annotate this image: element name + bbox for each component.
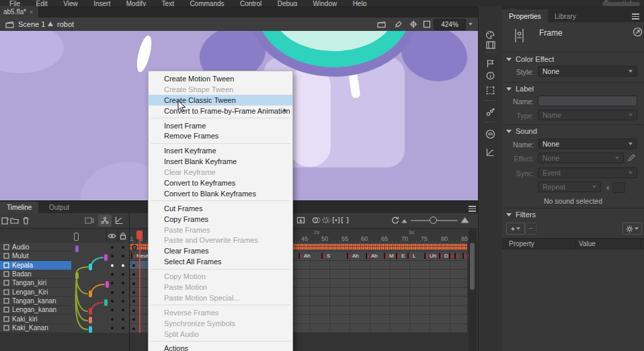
keyframe-label[interactable] <box>454 253 460 260</box>
keyframe-dot[interactable] <box>132 300 135 303</box>
keyframe-label[interactable]: S <box>321 253 330 260</box>
keyframe-label[interactable]: Ah <box>347 253 359 260</box>
style-select[interactable]: None <box>538 66 637 77</box>
center-frame-icon[interactable] <box>296 216 305 225</box>
keyframe-label[interactable]: L <box>407 253 415 260</box>
menu-item-create-classic-tween[interactable]: Create Classic Tween <box>149 95 292 106</box>
loop-playback-icon[interactable] <box>391 216 399 225</box>
layer-swatch[interactable] <box>104 299 108 306</box>
creative-cloud-icon[interactable] <box>485 129 495 139</box>
keyframe-dot[interactable] <box>132 309 135 312</box>
tab-library[interactable]: Library <box>548 9 583 22</box>
timeline-menu-icon[interactable] <box>469 204 476 213</box>
graph-editor-icon[interactable] <box>115 216 124 225</box>
paint-symbol-icon[interactable] <box>394 20 403 28</box>
keyframe-hollow[interactable] <box>132 245 137 250</box>
timeline-zoom-slider-knob[interactable] <box>430 217 437 224</box>
onion-skin-icon[interactable] <box>312 217 321 224</box>
zoom-out-mountain-icon[interactable] <box>401 219 407 223</box>
layer-swatch[interactable] <box>75 245 79 252</box>
layer-visibility-dot[interactable] <box>111 318 114 321</box>
keyframe-label[interactable]: D <box>439 253 448 260</box>
zoom-chevron-icon[interactable] <box>469 23 473 26</box>
layer-swatch[interactable] <box>89 290 92 297</box>
menu-item-convert-to-blank-keyframes[interactable]: Convert to Blank Keyframes <box>149 188 292 199</box>
delete-layer-trash-icon[interactable] <box>22 217 30 225</box>
layer-visibility-dot[interactable] <box>111 282 114 284</box>
menu-item-clear-frames[interactable]: Clear Frames <box>149 245 292 256</box>
visibility-eye-icon[interactable] <box>108 233 116 239</box>
menu-item-create-motion-tween[interactable]: Create Motion Tween <box>149 73 292 84</box>
layer-lock-dot[interactable] <box>122 300 124 303</box>
timeline-vertical-scrollbar[interactable] <box>469 229 477 351</box>
section-color-effect[interactable]: Color Effect <box>506 55 554 63</box>
new-folder-icon[interactable] <box>10 217 19 224</box>
keyframe-dot[interactable] <box>132 327 135 330</box>
layer-lock-dot[interactable] <box>122 255 124 258</box>
keyframe-dot[interactable] <box>132 291 135 294</box>
menu-item-remove-frames[interactable]: Remove Frames <box>149 130 292 141</box>
color-palette-icon[interactable] <box>485 30 495 40</box>
sound-name-select[interactable]: None <box>538 139 637 149</box>
layer-swatch[interactable] <box>89 326 92 333</box>
playhead-marker[interactable] <box>136 231 143 239</box>
keyframe-dot[interactable] <box>132 273 135 276</box>
layer-visibility-dot[interactable] <box>111 255 114 258</box>
menu-item-convert-frame-by-frame[interactable]: Convert to Frame-by-Frame Animation <box>149 106 292 116</box>
layer-swatch[interactable] <box>89 264 92 270</box>
section-sound[interactable]: Sound <box>506 127 537 135</box>
layer-lock-dot[interactable] <box>122 318 124 321</box>
keyframe-label[interactable]: Ah <box>298 253 311 260</box>
document-tab[interactable]: ab5.fla* × <box>0 6 39 17</box>
keyframe-label[interactable]: Uh <box>424 253 436 260</box>
keyframe-label[interactable]: E <box>396 253 405 260</box>
particles-dots-icon[interactable] <box>486 108 495 116</box>
layer-visibility-dot[interactable] <box>111 273 114 276</box>
section-filters[interactable]: Filters <box>506 210 536 219</box>
transform-grid-icon[interactable] <box>486 86 495 95</box>
edit-scene-icon[interactable] <box>377 21 387 28</box>
layer-lock-dot[interactable] <box>122 282 124 284</box>
zoom-level-select[interactable]: 424% <box>434 19 466 30</box>
clip-bounds-icon[interactable] <box>423 20 431 28</box>
info-icon[interactable] <box>486 71 495 80</box>
layer-visibility-dot[interactable] <box>111 264 114 267</box>
help-link-icon[interactable] <box>633 27 643 37</box>
zoom-in-mountain-icon[interactable] <box>460 217 469 223</box>
tab-output[interactable]: Output <box>42 202 76 213</box>
modify-markers-icon[interactable] <box>341 217 349 224</box>
lock-icon[interactable] <box>120 232 126 240</box>
registration-crosshair-icon[interactable] <box>409 20 417 28</box>
show-parenting-view-button[interactable] <box>98 214 112 227</box>
menu-item-actions[interactable]: Actions <box>149 343 292 351</box>
menu-item-copy-frames[interactable]: Copy Frames <box>149 214 292 225</box>
layer-lock-dot[interactable] <box>122 264 124 267</box>
menu-item-insert-blank-keyframe[interactable]: Insert Blank Keyframe <box>149 156 292 167</box>
close-tab-icon[interactable]: × <box>30 9 33 15</box>
layer-lock-dot[interactable] <box>122 327 124 329</box>
layer-lock-dot[interactable] <box>122 309 124 311</box>
layer-lock-dot[interactable] <box>122 273 124 276</box>
layer-lock-dot[interactable] <box>122 291 124 294</box>
menu-item-insert-keyframe[interactable]: Insert Keyframe <box>149 145 292 156</box>
edit-multiple-frames-icon[interactable] <box>332 217 340 224</box>
new-layer-icon[interactable] <box>1 217 9 225</box>
keyframe-dot[interactable] <box>132 318 135 321</box>
remove-filter-button[interactable]: − <box>525 223 536 235</box>
layer-swatch[interactable] <box>104 254 108 261</box>
section-label[interactable]: Label <box>506 85 534 93</box>
layer-visibility-dot[interactable] <box>111 246 114 249</box>
keyframe-label[interactable]: Ah <box>366 253 378 260</box>
menu-item-cut-frames[interactable]: Cut Frames <box>149 203 292 214</box>
edit-sound-pencil-icon[interactable] <box>627 153 635 162</box>
frame-view-icon[interactable] <box>486 41 495 49</box>
breadcrumb-scene[interactable]: Scene 1 <box>18 20 45 28</box>
camera-icon[interactable] <box>85 217 94 224</box>
layer-visibility-dot[interactable] <box>111 309 114 311</box>
layer-swatch[interactable] <box>75 272 79 279</box>
menu-item-select-all-frames[interactable]: Select All Frames <box>149 256 292 267</box>
onion-skin-outlines-icon[interactable] <box>322 217 331 224</box>
add-filter-button[interactable]: + <box>506 223 525 235</box>
motion-graph-icon[interactable] <box>486 148 495 157</box>
flag-label-icon[interactable] <box>486 59 495 68</box>
